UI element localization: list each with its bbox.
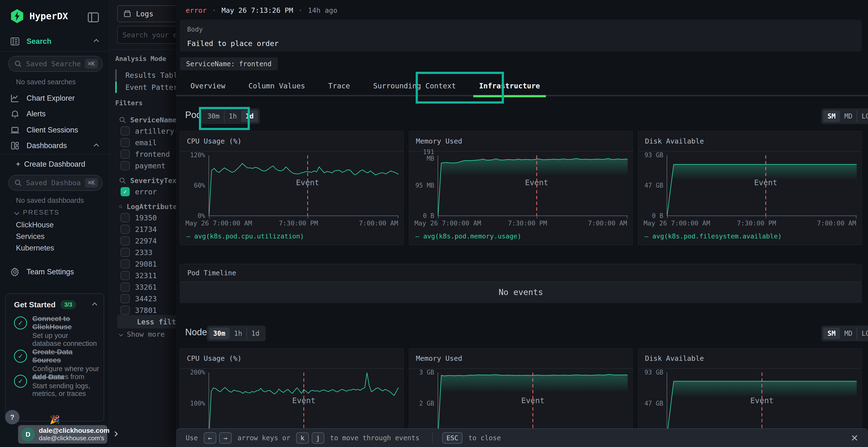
filter-option[interactable]: ✓artillery-loa [121,127,176,136]
range-1h-button[interactable]: 1h [224,110,241,122]
user-email: dale@clickhouse.com [39,427,110,435]
less-filters-button[interactable]: Less filters [117,315,176,329]
sidebar-item-client-sessions[interactable]: Client Sessions [10,125,78,135]
mode-event-patterns[interactable]: Event Patterns [115,81,176,93]
event-search-input[interactable]: Search your events [117,26,176,44]
range-30m-button[interactable]: 30m [209,328,230,339]
app-logo[interactable]: HyperDX [10,9,68,24]
filter-option[interactable]: ✓frontend [121,149,176,159]
user-menu[interactable]: D dale@clickhouse.com dale@clickhouse.co… [18,425,107,444]
checkbox-unchecked[interactable]: ✓ [121,306,130,315]
checklist-item-title: Add Data [32,373,98,381]
preset-kubernetes[interactable]: Kubernetes [16,244,54,252]
checkbox-unchecked[interactable]: ✓ [121,282,130,291]
checkbox-unchecked[interactable]: ✓ [121,260,130,269]
filter-option[interactable]: ✓payment [121,161,176,170]
filter-option-label: 34423 [135,295,157,303]
filter-option[interactable]: ✓29081 [121,260,176,269]
show-more-label: Show more [127,330,165,338]
size-lg-button[interactable]: LG [857,110,868,122]
close-icon[interactable]: ✕ [850,433,858,443]
y-axis-labels: 93 GB47 GB [638,373,667,435]
tab-trace[interactable]: Trace [323,76,355,96]
filter-option[interactable]: ✓2333 [121,248,176,257]
mode-indicator-active [115,81,117,93]
tab-overview[interactable]: Overview [186,76,230,96]
service-name-tag[interactable]: ServiceName: frontend [180,57,278,70]
tab-column-values[interactable]: Column Values [244,76,310,96]
checkbox-unchecked[interactable]: ✓ [121,127,130,136]
get-started-progress-badge: 3/3 [60,300,76,309]
saved-dashboards-input[interactable]: Saved Dashboards ⌘K [8,175,103,191]
saved-searches-input[interactable]: Saved Searches ⌘K [8,56,103,72]
filter-option[interactable]: ✓error [121,187,176,196]
filter-group-name: ServiceName [130,116,176,124]
range-30m-button[interactable]: 30m [203,110,224,122]
show-more-button[interactable]: Show more [120,330,176,338]
search-controls-column: Logs Search your events Analysis Mode Re… [109,0,176,447]
collapse-sidebar-icon[interactable] [87,10,100,25]
tab-surrounding-context[interactable]: Surrounding Context [368,76,461,96]
sidebar-item-search[interactable]: Search [10,36,51,47]
checklist-item-connect[interactable]: ✓ Connect to ClickHouse Set up your data… [14,314,98,347]
get-started-panel: Get Started 3/3 ✓ Connect to ClickHouse … [5,294,104,421]
y-tick-label: 191 MB [423,149,434,162]
check-circle-icon: ✓ [14,375,27,388]
source-select-button[interactable]: Logs [117,5,176,22]
checkbox-unchecked[interactable]: ✓ [121,161,130,170]
hint-move-text: to move through events [330,434,420,442]
pod-timeline-title: Pod Timeline [180,264,862,282]
checkbox-unchecked[interactable]: ✓ [121,236,130,245]
mode-results-table[interactable]: Results Table [115,69,176,81]
preset-services[interactable]: Services [16,232,44,241]
gear-icon [10,267,20,277]
filter-option[interactable]: ✓32311 [121,271,176,280]
checkbox-unchecked[interactable]: ✓ [121,294,130,303]
size-lg-button[interactable]: LG [857,328,868,339]
checkbox-unchecked[interactable]: ✓ [121,138,130,147]
pod-section-title: Pod [185,110,202,120]
no-saved-dashboards-text: No saved dashboards [16,197,84,204]
checkbox-unchecked[interactable]: ✓ [121,248,130,257]
filter-option[interactable]: ✓22974 [121,236,176,245]
preset-clickhouse[interactable]: ClickHouse [16,220,54,229]
create-dashboard-button[interactable]: + Create Dashboard [16,160,85,169]
range-1d-button[interactable]: 1d [246,328,264,339]
analysis-mode-label: Analysis Mode [115,55,166,62]
chart-legend: — avg(k8s.pod.memory.usage) [415,232,632,240]
size-md-button[interactable]: MD [840,110,857,122]
filter-option[interactable]: ✓19350 [121,213,176,222]
size-sm-button[interactable]: SM [823,110,840,122]
filter-option[interactable]: ✓email [121,138,176,147]
filters-list: ServiceName✓artillery-loa✓email✓frontend… [109,110,176,338]
chevron-up-icon[interactable] [94,143,98,148]
checkbox-unchecked[interactable]: ✓ [121,271,130,280]
sidebar-item-team-settings[interactable]: Team Settings [10,267,74,277]
node-range-control: 30m 1h 1d [207,325,266,341]
checkbox-unchecked[interactable]: ✓ [121,225,130,234]
presets-toggle[interactable]: PRESETS [15,209,60,216]
range-1d-button[interactable]: 1d [241,110,258,122]
checkbox-unchecked[interactable]: ✓ [121,213,130,222]
filter-option[interactable]: ✓34423 [121,294,176,303]
range-1h-button[interactable]: 1h [230,328,247,339]
detail-tabs: Overview Column Values Trace Surrounding… [176,77,868,96]
sidebar-item-chart-explorer[interactable]: Chart Explorer [10,93,75,104]
filter-option[interactable]: ✓37801 [121,306,176,315]
tab-infrastructure[interactable]: Infrastructure [474,76,545,96]
checkbox-unchecked[interactable]: ✓ [121,149,130,159]
help-button[interactable]: ? [5,410,20,424]
size-md-button[interactable]: MD [840,328,857,339]
hint-or-text: arrow keys or [238,434,290,442]
filter-option[interactable]: ✓21734 [121,225,176,234]
sidebar-item-dashboards[interactable]: Dashboards [10,141,67,151]
sidebar-item-label: Team Settings [27,268,74,276]
checkbox-checked[interactable]: ✓ [121,187,130,196]
checklist-item-add-data[interactable]: ✓ Add Data Start sending logs, metrics, … [14,373,98,398]
filter-option[interactable]: ✓33261 [121,282,176,291]
esc-key-icon: ESC [442,432,463,444]
chevron-up-icon[interactable] [94,39,98,44]
size-sm-button[interactable]: SM [823,328,840,339]
sidebar-item-alerts[interactable]: Alerts [10,109,45,119]
chevron-up-icon[interactable] [93,303,96,307]
